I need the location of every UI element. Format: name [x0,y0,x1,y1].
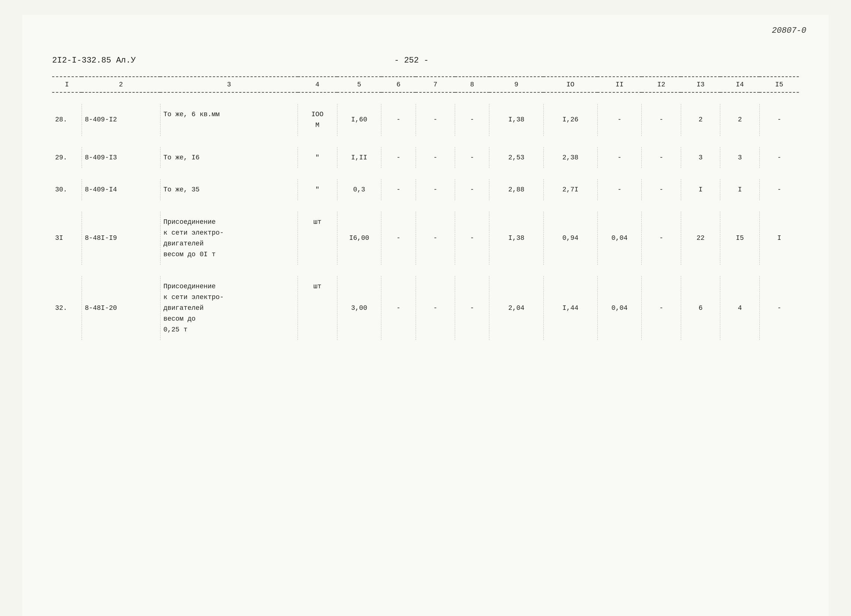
cell: То же, I6 [160,147,298,168]
doc-header: 2I2-I-332.85 Ал.У - 252 - [52,56,799,65]
cell: I,38 [489,104,543,136]
cell: 22 [681,212,720,265]
cell: - [455,179,489,200]
cell: - [642,147,681,168]
cell: - [597,147,642,168]
col-header-6: 6 [381,77,416,92]
cell: То же, 6 кв.мм [160,104,298,136]
cell: I [681,179,720,200]
cell: 29. [52,147,81,168]
cell: 3 [681,147,720,168]
cell: - [416,147,455,168]
cell: - [381,147,416,168]
page: 20807-0 2I2-I-332.85 Ал.У - 252 - [23,15,828,616]
table-row: 32.8-48I-20Присоединениек сети электро-д… [52,276,799,340]
cell: - [381,276,416,340]
col-header-1: I [52,77,81,92]
cell: 3,00 [337,276,381,340]
cell: шт [298,212,337,265]
cell: - [381,179,416,200]
table-row: 3I8-48I-I9Присоединениек сети электро-дв… [52,212,799,265]
cell: I,26 [543,104,597,136]
col-header-5: 5 [337,77,381,92]
col-header-15: I5 [759,77,799,92]
cell: - [416,104,455,136]
cell: I5 [720,212,760,265]
cell: - [642,212,681,265]
col-header-4: 4 [298,77,337,92]
cell: 28. [52,104,81,136]
cell: - [455,104,489,136]
cell: 2,7I [543,179,597,200]
cell: 8-48I-I9 [81,212,160,265]
cell: 4 [720,276,760,340]
cell: - [416,276,455,340]
cell: шт [298,276,337,340]
cell: - [759,276,799,340]
cell: 8-409-I2 [81,104,160,136]
cell: - [381,104,416,136]
cell: Присоединениек сети электро-двигателейве… [160,212,298,265]
col-header-10: IO [543,77,597,92]
cell: " [298,147,337,168]
doc-ref-left: 2I2-I-332.85 Ал.У [52,56,135,65]
cell: " [298,179,337,200]
cell: - [759,179,799,200]
cell: 2,04 [489,276,543,340]
cell: 8-48I-20 [81,276,160,340]
cell: - [759,104,799,136]
cell: 8-409-I4 [81,179,160,200]
col-header-11: II [597,77,642,92]
cell: - [642,276,681,340]
cell: 32. [52,276,81,340]
main-table: I 2 3 4 5 6 7 8 9 IO II I2 I3 I4 I5 2 [52,77,799,351]
col-header-13: I3 [681,77,720,92]
table-row: 29.8-409-I3То же, I6"I,II---2,532,38--33… [52,147,799,168]
table-body: 28.8-409-I2То же, 6 кв.ммIOOМI,60---I,38… [52,104,799,351]
table-row: 28.8-409-I2То же, 6 кв.ммIOOМI,60---I,38… [52,104,799,136]
column-headers: I 2 3 4 5 6 7 8 9 IO II I2 I3 I4 I5 [52,77,799,92]
cell: 0,94 [543,212,597,265]
cell: IOOМ [298,104,337,136]
cell: - [381,212,416,265]
cell: 8-409-I3 [81,147,160,168]
cell: I [720,179,760,200]
table-row: 30.8-409-I4То же, 35"0,3---2,882,7I--II- [52,179,799,200]
col-header-12: I2 [642,77,681,92]
cell: 0,04 [597,212,642,265]
cell: I,38 [489,212,543,265]
col-header-7: 7 [416,77,455,92]
cell: 3 [720,147,760,168]
cell: 0,3 [337,179,381,200]
cell: I,60 [337,104,381,136]
cell: I6,00 [337,212,381,265]
cell: 3I [52,212,81,265]
cell: 6 [681,276,720,340]
doc-ref-center: - 252 - [394,56,429,65]
cell: 2,53 [489,147,543,168]
cell: 2,88 [489,179,543,200]
cell: I,II [337,147,381,168]
cell: 30. [52,179,81,200]
cell: I [759,212,799,265]
cell: - [455,147,489,168]
cell: - [455,276,489,340]
cell: - [759,147,799,168]
cell: 2 [681,104,720,136]
col-header-2: 2 [81,77,160,92]
cell: 2,38 [543,147,597,168]
cell: - [597,179,642,200]
col-header-3: 3 [160,77,298,92]
cell: - [642,179,681,200]
col-header-8: 8 [455,77,489,92]
cell: I,44 [543,276,597,340]
cell: 2 [720,104,760,136]
cell: Присоединениек сети электро-двигателейве… [160,276,298,340]
col-header-14: I4 [720,77,760,92]
cell: 0,04 [597,276,642,340]
cell: - [416,179,455,200]
top-right-label: 20807-0 [772,26,806,35]
cell: - [416,212,455,265]
col-header-9: 9 [489,77,543,92]
cell: - [455,212,489,265]
